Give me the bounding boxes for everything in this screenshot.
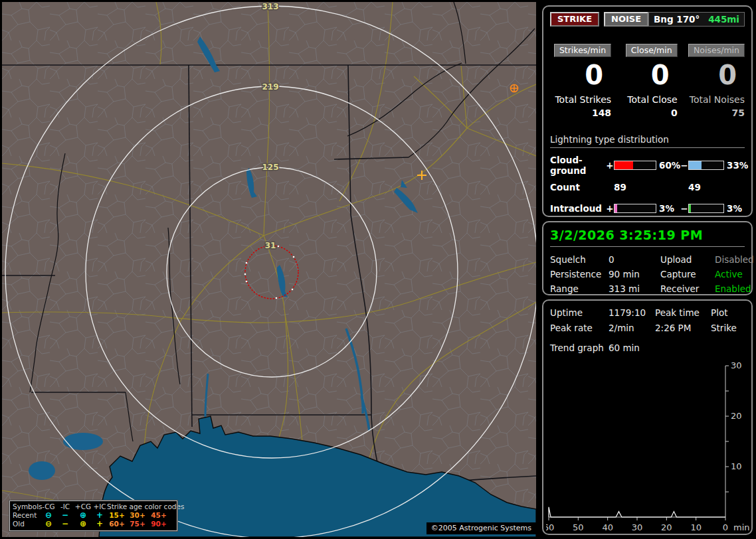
svg-text:0: 0 bbox=[723, 522, 728, 532]
ic-negative-bar bbox=[688, 204, 724, 213]
negative-sign: − bbox=[680, 160, 688, 171]
circled-minus-icon: ⊖ bbox=[41, 520, 56, 528]
datetime-display: 3/2/2026 3:25:19 PM bbox=[550, 226, 745, 247]
minus-icon: − bbox=[56, 520, 74, 528]
age-code-75: 75+ bbox=[127, 520, 148, 528]
legend-row-old-label: Old bbox=[13, 520, 41, 528]
peak-time-label: Peak time bbox=[655, 307, 711, 318]
strikes-per-min-value: 0 bbox=[585, 62, 603, 88]
legend-age-header: Strike age color codes bbox=[107, 502, 169, 511]
trend-panel: Uptime 1179:10 Peak time Plot Peak rate … bbox=[542, 299, 753, 535]
ring-label-313: 313 bbox=[262, 2, 278, 11]
cg-positive-percent: 60% bbox=[656, 160, 680, 171]
peak-rate-label: Peak rate bbox=[550, 323, 609, 333]
persistence-label: Persistence bbox=[550, 269, 609, 279]
legend-symbols-header: Symbols bbox=[13, 502, 41, 511]
ic-positive-bar bbox=[614, 204, 656, 213]
age-code-15: 15+ bbox=[107, 511, 127, 520]
persistence-value: 90 min bbox=[609, 269, 660, 279]
plot-mode-value: Strike bbox=[711, 323, 745, 333]
trend-graph-chart: 1020306050403020100min bbox=[546, 355, 753, 536]
cg-negative-percent: 33% bbox=[724, 160, 747, 171]
close-per-min-value: 0 bbox=[651, 62, 670, 88]
total-strikes-label: Total Strikes bbox=[555, 94, 611, 105]
total-strikes-value: 148 bbox=[592, 108, 611, 118]
range-label: Range bbox=[550, 283, 609, 294]
lightning-type-distribution: Lightning type distribution Cloud-ground… bbox=[550, 134, 745, 230]
svg-text:30: 30 bbox=[731, 360, 742, 370]
app-window: 313 219 125 31 Symbols -CG -IC bbox=[0, 0, 756, 539]
trend-graph-window: 60 min bbox=[609, 343, 745, 353]
close-per-min-column: Close/min 0 Total Close 0 bbox=[611, 44, 678, 118]
copyright-notice: ©2005 Astrogenic Systems bbox=[426, 522, 536, 534]
svg-text:20: 20 bbox=[661, 522, 672, 532]
plot-label: Plot bbox=[711, 307, 745, 318]
total-close-value: 0 bbox=[671, 108, 678, 118]
cg-negative-bar bbox=[688, 161, 724, 170]
noises-per-min-value: 0 bbox=[718, 62, 737, 88]
cg-count-label: Count bbox=[550, 182, 614, 193]
noises-per-min-header: Noises/min bbox=[688, 44, 745, 57]
negative-sign: − bbox=[680, 203, 688, 214]
close-per-min-header: Close/min bbox=[626, 44, 678, 57]
noises-per-min-column: Noises/min 0 Total Noises 75 bbox=[678, 44, 745, 118]
strikes-per-min-column: Strikes/min 0 Total Strikes 148 bbox=[550, 44, 611, 118]
circled-plus-icon: ⊕ bbox=[74, 520, 92, 528]
svg-text:60: 60 bbox=[546, 522, 554, 532]
status-panel: 3/2/2026 3:25:19 PM Squelch 0 Upload Dis… bbox=[542, 221, 753, 295]
side-panel: STRIKE NOISE Bng 170° 445mi Strikes/min … bbox=[539, 0, 756, 539]
ic-negative-percent: 3% bbox=[724, 203, 747, 214]
strike-stats-panel: STRIKE NOISE Bng 170° 445mi Strikes/min … bbox=[542, 5, 753, 217]
distribution-title: Lightning type distribution bbox=[550, 134, 745, 148]
cg-positive-count: 89 bbox=[614, 182, 688, 193]
legend-row-recent-label: Recent bbox=[13, 511, 41, 520]
age-code-60: 60+ bbox=[107, 520, 127, 528]
bearing-distance: 445mi bbox=[708, 14, 739, 25]
cg-strike-icon bbox=[510, 84, 518, 92]
rate-counters: Strikes/min 0 Total Strikes 148 Close/mi… bbox=[550, 44, 745, 118]
age-code-30: 30+ bbox=[127, 511, 148, 520]
total-noises-value: 75 bbox=[732, 108, 745, 118]
positive-sign: + bbox=[606, 160, 614, 171]
svg-text:min: min bbox=[733, 522, 750, 532]
intracloud-label: Intracloud bbox=[550, 203, 606, 214]
age-code-45: 45+ bbox=[148, 511, 169, 520]
capture-status: Active bbox=[715, 269, 754, 279]
ring-label-219: 219 bbox=[262, 82, 278, 92]
peak-time-value: 2:26 PM bbox=[655, 323, 711, 333]
positive-sign: + bbox=[606, 203, 614, 214]
total-close-label: Total Close bbox=[627, 94, 677, 105]
lightning-map: 313 219 125 31 bbox=[2, 2, 536, 537]
svg-text:10: 10 bbox=[690, 522, 702, 532]
bearing-readout: Bng 170° 445mi bbox=[648, 12, 745, 27]
ring-label-31: 31 bbox=[265, 241, 276, 250]
map-display[interactable]: 313 219 125 31 Symbols -CG -IC bbox=[2, 2, 536, 537]
squelch-value: 0 bbox=[609, 254, 660, 265]
cg-negative-count: 49 bbox=[688, 182, 745, 193]
cloud-ground-label: Cloud-ground bbox=[550, 155, 606, 176]
total-noises-label: Total Noises bbox=[690, 94, 745, 105]
svg-text:30: 30 bbox=[632, 522, 643, 532]
bearing-label: Bng 170° bbox=[654, 14, 700, 25]
strike-button[interactable]: STRIKE bbox=[550, 12, 599, 27]
age-code-90: 90+ bbox=[148, 520, 169, 528]
svg-text:50: 50 bbox=[573, 522, 584, 532]
strikes-per-min-header: Strikes/min bbox=[554, 44, 611, 57]
receiver-status: Enabled bbox=[715, 283, 754, 294]
receiver-label: Receiver bbox=[660, 283, 715, 294]
noise-button[interactable]: NOISE bbox=[604, 12, 648, 27]
capture-label: Capture bbox=[660, 269, 715, 279]
uptime-label: Uptime bbox=[550, 307, 609, 318]
peak-rate-value: 2/min bbox=[609, 323, 655, 333]
svg-text:40: 40 bbox=[602, 522, 613, 532]
upload-status: Disabled bbox=[715, 254, 754, 265]
cg-positive-bar bbox=[614, 161, 656, 170]
ring-label-125: 125 bbox=[262, 163, 278, 172]
svg-text:20: 20 bbox=[731, 411, 742, 421]
map-legend: Symbols -CG -IC +CG +IC Strike age color… bbox=[9, 501, 177, 531]
uptime-value: 1179:10 bbox=[609, 307, 655, 318]
range-value: 313 mi bbox=[609, 283, 660, 294]
upload-label: Upload bbox=[660, 254, 715, 265]
svg-text:10: 10 bbox=[731, 461, 742, 471]
plus-icon: + bbox=[92, 520, 107, 528]
